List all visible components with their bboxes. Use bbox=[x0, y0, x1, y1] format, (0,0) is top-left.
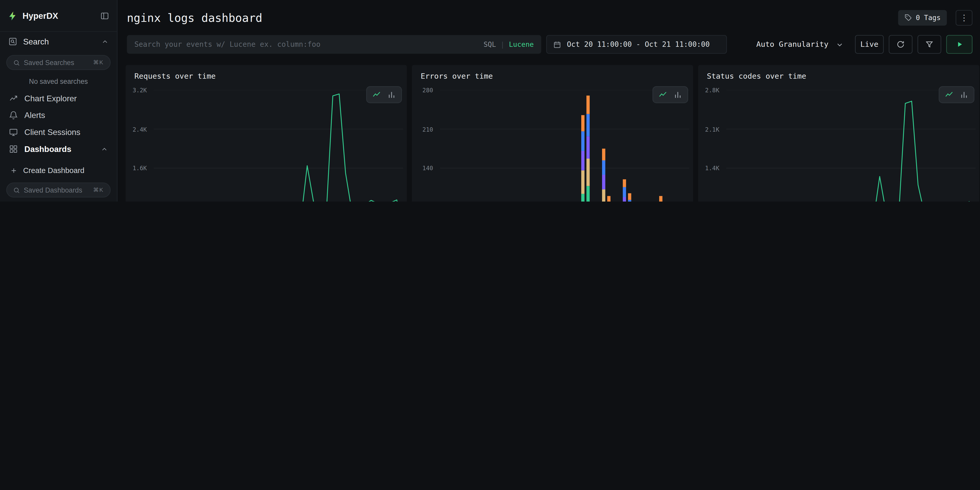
language-toggle-lucene[interactable]: Lucene bbox=[509, 40, 534, 49]
create-dashboard-button[interactable]: Create Dashboard bbox=[0, 162, 117, 179]
chart-type-toggle bbox=[939, 86, 975, 103]
search-icon bbox=[13, 187, 20, 194]
search-section-label: Search bbox=[23, 37, 49, 46]
bar-chart-icon[interactable] bbox=[959, 90, 969, 99]
chart-canvas bbox=[440, 90, 689, 202]
line-chart-icon[interactable] bbox=[944, 90, 953, 99]
saved-dashboards-placeholder: Saved Dashboards bbox=[24, 186, 82, 194]
chart-explorer-icon bbox=[9, 94, 18, 103]
line-chart-icon[interactable] bbox=[372, 90, 381, 99]
tag-icon bbox=[904, 14, 912, 21]
sidebar-item-alerts[interactable]: Alerts bbox=[0, 107, 117, 124]
brand-row: HyperDX bbox=[0, 0, 117, 31]
dashboard-menu-button[interactable]: ⋮ bbox=[956, 10, 972, 25]
date-range-value: Oct 20 11:00:00 - Oct 21 11:00:00 bbox=[567, 40, 710, 49]
y-axis: 08001.6K2.4K3.2K bbox=[126, 90, 151, 202]
language-toggle-divider: | bbox=[500, 40, 504, 49]
y-axis-label: 3.2K bbox=[133, 87, 147, 94]
filter-icon bbox=[925, 40, 934, 49]
bar-chart-icon[interactable] bbox=[673, 90, 682, 99]
sidebar-section-search[interactable]: Search bbox=[0, 31, 117, 51]
bar-chart-icon[interactable] bbox=[387, 90, 396, 99]
language-toggle-sql[interactable]: SQL bbox=[484, 40, 496, 49]
chevron-down-icon bbox=[835, 40, 844, 49]
line-chart-icon[interactable] bbox=[658, 90, 667, 99]
monitor-icon bbox=[9, 127, 18, 137]
chevron-up-icon bbox=[100, 145, 108, 153]
y-axis-label: 280 bbox=[422, 87, 433, 94]
app-root: HyperDX Search Saved Searches ⌘K No save… bbox=[0, 0, 980, 202]
y-axis: 070140210280 bbox=[412, 90, 437, 202]
page-title: nginx logs dashboard bbox=[127, 11, 262, 24]
sidebar-item-dashboards[interactable]: Dashboards bbox=[0, 141, 117, 158]
sidebar-item-client-sessions[interactable]: Client Sessions bbox=[0, 124, 117, 141]
sidebar: HyperDX Search Saved Searches ⌘K No save… bbox=[0, 0, 118, 202]
sidebar-item-label: Dashboards bbox=[24, 145, 72, 154]
grid-icon bbox=[9, 145, 18, 154]
granularity-select[interactable]: Auto Granularity bbox=[750, 35, 850, 54]
panel-title: Requests over time bbox=[134, 72, 216, 81]
y-axis-label: 2.4K bbox=[133, 126, 147, 133]
create-dashboard-label: Create Dashboard bbox=[23, 166, 84, 175]
saved-searches-placeholder: Saved Searches bbox=[24, 59, 74, 66]
live-button[interactable]: Live bbox=[855, 35, 884, 54]
y-axis-label: 1.4K bbox=[705, 165, 719, 172]
panel-requests-over-time: Requests over time 08001.6K2.4K3.2K Oct … bbox=[126, 65, 407, 202]
refresh-button[interactable] bbox=[889, 35, 912, 54]
event-search-input[interactable] bbox=[134, 40, 484, 49]
run-query-button[interactable] bbox=[946, 35, 972, 54]
saved-searches-kbd: ⌘K bbox=[93, 59, 103, 65]
query-toolbar: SQL | Lucene Oct 20 11:00:00 - Oct 21 11… bbox=[127, 35, 972, 54]
panel-title: Status codes over time bbox=[707, 72, 806, 81]
chevron-up-icon bbox=[101, 38, 109, 45]
chart-type-toggle bbox=[652, 86, 688, 103]
y-axis: 07001.4K2.1K2.8K bbox=[698, 90, 723, 202]
bell-icon bbox=[9, 111, 18, 120]
y-axis-label: 2.8K bbox=[705, 87, 719, 94]
chart-svg bbox=[154, 90, 403, 202]
panel-status-codes-over-time: Status codes over time 07001.4K2.1K2.8K … bbox=[698, 65, 980, 202]
tags-button[interactable]: 0 Tags bbox=[898, 10, 947, 25]
chart-canvas bbox=[154, 90, 403, 202]
y-axis-label: 1.6K bbox=[133, 165, 147, 172]
sidebar-item-label: Chart Explorer bbox=[24, 94, 77, 103]
y-axis-label: 210 bbox=[422, 126, 433, 133]
sidebar-item-label: Client Sessions bbox=[24, 127, 81, 137]
calendar-icon bbox=[553, 40, 562, 49]
y-axis-label: 140 bbox=[422, 165, 433, 172]
saved-searches-input[interactable]: Saved Searches ⌘K bbox=[6, 55, 111, 70]
search-section-icon bbox=[8, 37, 18, 46]
search-icon bbox=[13, 59, 20, 66]
no-saved-searches-note: No saved searches bbox=[0, 74, 117, 90]
sidebar-collapse-button[interactable] bbox=[100, 11, 109, 20]
event-search-box[interactable]: SQL | Lucene bbox=[127, 35, 541, 54]
chart-svg bbox=[726, 90, 976, 202]
hyperdx-logo-icon bbox=[8, 10, 18, 21]
panel-errors-over-time: Errors over time 070140210280 Oct 20 11:… bbox=[412, 65, 693, 202]
chart-svg bbox=[440, 90, 689, 202]
chart-type-toggle bbox=[366, 86, 402, 103]
filters-button[interactable] bbox=[918, 35, 941, 54]
panel-title: Errors over time bbox=[421, 72, 493, 81]
play-icon bbox=[955, 40, 964, 49]
dashboard-header: nginx logs dashboard 0 Tags ⋮ bbox=[127, 8, 972, 27]
saved-dashboards-kbd: ⌘K bbox=[93, 187, 103, 193]
saved-dashboards-input[interactable]: Saved Dashboards ⌘K bbox=[6, 183, 111, 197]
main-content: nginx logs dashboard 0 Tags ⋮ SQL | Luce… bbox=[118, 0, 980, 202]
refresh-icon bbox=[896, 40, 905, 49]
y-axis-label: 2.1K bbox=[705, 126, 719, 133]
sidebar-item-label: Alerts bbox=[24, 111, 45, 120]
chart-canvas bbox=[726, 90, 976, 202]
plus-icon bbox=[10, 167, 18, 174]
brand-name: HyperDX bbox=[22, 11, 58, 20]
sidebar-item-chart-explorer[interactable]: Chart Explorer bbox=[0, 90, 117, 107]
date-range-picker[interactable]: Oct 20 11:00:00 - Oct 21 11:00:00 bbox=[546, 35, 727, 54]
